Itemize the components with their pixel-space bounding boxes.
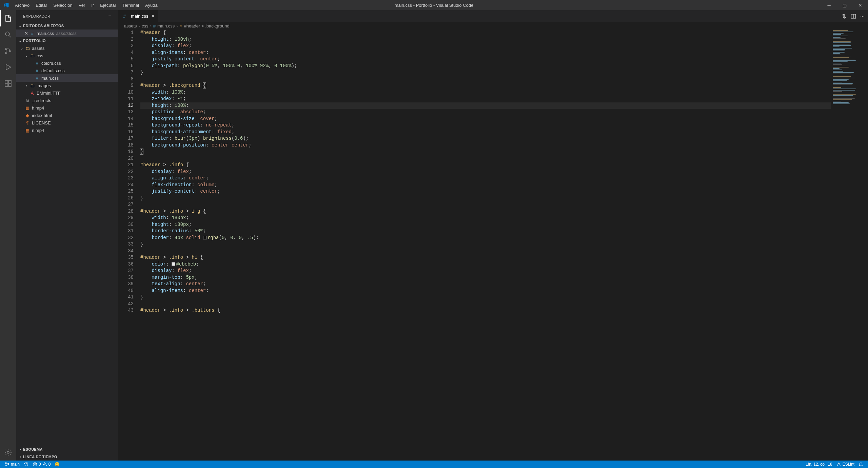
status-linecol[interactable]: Lín. 12, col. 18 [804, 462, 834, 467]
menu-archivo[interactable]: Archivo [12, 0, 33, 10]
status-branch[interactable]: main [3, 461, 22, 468]
close-icon[interactable]: ✕ [23, 31, 29, 36]
svg-rect-4 [5, 80, 8, 83]
section-timeline[interactable]: ›LÍNEA DE TIEMPO [16, 453, 118, 461]
line-gutter: 1234567891011121314151617181920212223242… [118, 30, 140, 461]
svg-point-1 [5, 48, 7, 50]
menubar: ArchivoEditarSelecciónVerIrEjecutarTermi… [12, 0, 161, 10]
status-bar: main 0 0 😄 Lín. 12, col. 18 ESLint [0, 461, 868, 468]
svg-point-3 [9, 50, 11, 52]
css-file-icon: # [34, 61, 40, 66]
svg-point-11 [5, 465, 7, 466]
activity-settings-icon[interactable] [0, 444, 16, 461]
css-file-icon: # [153, 23, 156, 28]
sidebar-explorer: EXPLORADOR ⋯ ⌄EDITORES ABIERTOS ✕ # main… [16, 10, 118, 461]
css-file-icon: # [29, 31, 35, 36]
svg-rect-5 [5, 84, 8, 86]
html-file-icon: ◆ [24, 113, 31, 118]
sidebar-title: EXPLORADOR ⋯ [16, 10, 118, 22]
video-file-icon: ▦ [24, 128, 31, 133]
open-editor-name: main.css [37, 31, 54, 36]
symbol-icon: ⟐ [180, 23, 182, 28]
section-open-editors[interactable]: ⌄EDITORES ABIERTOS [16, 22, 118, 30]
svg-point-2 [5, 52, 7, 54]
tree-folder-css[interactable]: ⌄ 🗀 css [16, 52, 118, 59]
svg-rect-6 [8, 84, 11, 86]
section-outline[interactable]: ›ESQUEMA [16, 446, 118, 453]
titlebar: ArchivoEditarSelecciónVerIrEjecutarTermi… [0, 0, 868, 10]
menu-ir[interactable]: Ir [88, 0, 97, 10]
status-problems[interactable]: 0 0 [31, 461, 53, 468]
tree-file-colors-css[interactable]: # colors.css [16, 59, 118, 67]
status-sync[interactable] [22, 461, 31, 468]
tree-file-nmp4[interactable]: ▦ n.mp4 [16, 126, 118, 134]
status-notifications-icon[interactable] [856, 462, 865, 467]
split-editor-icon[interactable] [851, 14, 856, 19]
menu-editar[interactable]: Editar [33, 0, 50, 10]
window-controls: ─ ▢ ✕ [821, 0, 868, 10]
code-area[interactable]: 1234567891011121314151617181920212223242… [118, 30, 868, 461]
folder-icon: 🗀 [29, 53, 35, 58]
status-eslint[interactable]: ESLint [834, 462, 856, 467]
vscode-logo-icon [0, 0, 12, 10]
status-emoji[interactable]: 😄 [53, 461, 62, 468]
text-file-icon: 🗎 [24, 98, 31, 103]
menu-selección[interactable]: Selección [50, 0, 75, 10]
tree-folder-images[interactable]: › 🗀 images [16, 82, 118, 89]
menu-ejecutar[interactable]: Ejecutar [97, 0, 119, 10]
editor-tabs: # main.css ✕ ⋯ [118, 10, 868, 22]
svg-point-0 [5, 32, 9, 36]
breadcrumbs[interactable]: assets› css› # main.css› ⟐ #header > .ba… [118, 22, 868, 30]
close-button[interactable]: ✕ [852, 0, 868, 10]
svg-point-10 [5, 463, 7, 464]
more-actions-icon[interactable]: ⋯ [860, 14, 865, 19]
tab-main-css[interactable]: # main.css ✕ [118, 10, 159, 22]
maximize-button[interactable]: ▢ [837, 0, 852, 10]
folder-icon: 🗀 [24, 46, 31, 51]
tree-file-redirects[interactable]: 🗎 _redirects [16, 97, 118, 104]
activity-explorer-icon[interactable] [0, 10, 16, 26]
open-editor-item[interactable]: ✕ # main.css assets\css [16, 30, 118, 37]
video-file-icon: ▦ [24, 105, 31, 111]
activity-bar [0, 10, 16, 461]
tree-file-hmp4[interactable]: ▦ h.mp4 [16, 104, 118, 112]
menu-ayuda[interactable]: Ayuda [142, 0, 161, 10]
menu-terminal[interactable]: Terminal [119, 0, 142, 10]
css-file-icon: # [34, 68, 40, 73]
compare-changes-icon[interactable] [841, 14, 847, 19]
tree-file-index[interactable]: ◆ index.html [16, 112, 118, 119]
license-file-icon: ¶ [24, 120, 31, 125]
tab-label: main.css [131, 14, 148, 19]
svg-point-8 [7, 451, 9, 453]
tree-file-bmmini[interactable]: A BMmini.TTF [16, 89, 118, 97]
activity-search-icon[interactable] [0, 26, 16, 43]
close-icon[interactable]: ✕ [151, 14, 155, 19]
code-content[interactable]: #header { height: 100vh; display: flex; … [140, 30, 831, 461]
tree-file-defaults-css[interactable]: # defaults.css [16, 67, 118, 74]
open-editor-path: assets\css [56, 31, 77, 36]
folder-icon: 🗀 [29, 83, 35, 88]
window-title: main.css - Portfolio - Visual Studio Cod… [395, 3, 473, 8]
sidebar-more-icon[interactable]: ⋯ [107, 14, 111, 18]
editor-actions: ⋯ [838, 10, 868, 22]
activity-extensions-icon[interactable] [0, 75, 16, 92]
font-file-icon: A [29, 91, 35, 96]
tree-file-main-css[interactable]: # main.css [16, 74, 118, 82]
tree-file-license[interactable]: ¶ LICENSE [16, 119, 118, 126]
menu-ver[interactable]: Ver [76, 0, 88, 10]
editor-area: # main.css ✕ ⋯ assets› css› # main.css› … [118, 10, 868, 461]
minimize-button[interactable]: ─ [821, 0, 837, 10]
svg-rect-7 [8, 80, 11, 83]
activity-run-debug-icon[interactable] [0, 59, 16, 75]
minimap[interactable] [831, 30, 868, 461]
tree-folder-assets[interactable]: ⌄ 🗀 assets [16, 44, 118, 52]
css-file-icon: # [34, 76, 40, 81]
css-file-icon: # [121, 14, 127, 19]
section-portfolio[interactable]: ⌄PORTFOLIO [16, 37, 118, 44]
activity-source-control-icon[interactable] [0, 43, 16, 59]
